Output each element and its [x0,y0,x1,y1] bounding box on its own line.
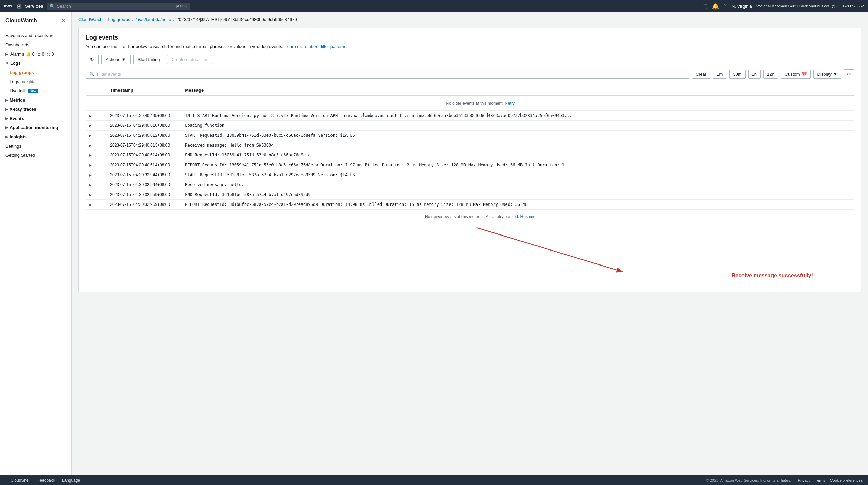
sidebar-item-label: Alarms [10,51,24,57]
sidebar-group-label: Events [10,116,24,121]
refresh-button[interactable]: ↻ [86,55,99,64]
chevron-right-icon: ▶ [5,135,8,139]
breadcrumb-lambda[interactable]: /aws/lambda/hello [135,17,171,22]
filter-input[interactable] [97,72,686,77]
actions-button[interactable]: Actions ▼ [101,55,131,64]
table-row[interactable]: ▶ 2023-07-15T04:29:40.613+08:00 Received… [86,140,854,150]
time-12h-button[interactable]: 12h [763,70,778,79]
sidebar-item-live-tail[interactable]: Live tail New [0,86,71,95]
message-cell: Loading function [181,120,854,130]
table-row[interactable]: ▶ 2023-07-15T04:30:32.944+08:00 Received… [86,180,854,190]
message-cell: REPORT RequestId: 13059b41-751d-53e0-b8c… [181,160,854,170]
table-settings-button[interactable]: ⚙ [844,69,854,79]
display-button[interactable]: Display ▼ [813,70,841,79]
time-custom-button[interactable]: Custom 📅 [781,70,811,79]
learn-more-link[interactable]: Learn more about filter patterns [284,44,346,49]
terminal-icon[interactable]: ⬚ [702,3,707,10]
sidebar-item-log-groups[interactable]: Log groups [0,68,71,77]
expand-arrow[interactable]: ▶ [89,163,92,167]
expand-arrow[interactable]: ▶ [89,153,92,157]
filter-input-wrap[interactable]: 🔍 [86,70,689,79]
aws-logo[interactable]: aws [4,3,14,9]
table-row[interactable]: ▶ 2023-07-15T04:29:40.614+08:00 REPORT R… [86,160,854,170]
sidebar-group-metrics[interactable]: ▶ Metrics [0,95,71,105]
sidebar-item-label: Dashboards [5,42,29,47]
time-30m-button[interactable]: 30m [729,70,745,79]
sidebar-item-dashboards[interactable]: Dashboards [0,40,71,49]
search-input[interactable] [57,4,174,9]
search-icon: 🔍 [49,4,55,9]
help-icon[interactable]: ? [724,3,727,9]
message-col-header: Message [181,85,854,96]
create-metric-button[interactable]: Create metric filter [167,55,212,64]
sidebar-group-app-monitoring[interactable]: ▶ Application monitoring [0,123,71,132]
services-button[interactable]: Services [25,4,43,9]
alarms-row: 🔔 0 ⊙ 0 ◎ 0 [26,52,54,57]
expand-arrow[interactable]: ▶ [89,134,92,137]
expand-arrow[interactable]: ▶ [89,124,92,127]
expand-arrow[interactable]: ▶ [89,114,92,118]
breadcrumb-cloudwatch[interactable]: CloudWatch [78,17,102,22]
search-bar[interactable]: 🔍 [Alt+S] [47,3,190,10]
annotation-text: Receive message successfully! [732,273,813,279]
start-tailing-button[interactable]: Start tailing [133,55,164,64]
message-cell: Received message: Hello from SWS3004! [181,140,854,150]
sidebar-item-label: Live tail [10,88,25,93]
table-row[interactable]: ▶ 2023-07-15T04:30:32.959+08:00 END Requ… [86,190,854,199]
svg-line-1 [477,228,623,272]
table-row[interactable]: ▶ 2023-07-15T04:30:32.944+08:00 START Re… [86,170,854,180]
bell-icon[interactable]: 🔔 [712,3,719,10]
expand-arrow[interactable]: ▶ [89,183,92,187]
no-newer-events-row: No newer events at this moment. Auto ret… [86,209,854,224]
sidebar-item-settings[interactable]: Settings [0,141,71,151]
time-1m-button[interactable]: 1m [713,70,726,79]
clear-button[interactable]: Clear [692,70,710,79]
actions-label: Actions [106,57,120,62]
expand-arrow[interactable]: ▶ [89,173,92,177]
expand-arrow[interactable]: ▶ [89,143,92,147]
resume-link[interactable]: Resume [520,214,536,219]
sidebar-item-favorites[interactable]: Favorites and recents ▶ [0,31,71,40]
sidebar-item-getting-started[interactable]: Getting Started [0,151,71,160]
breadcrumb-stream: 2023/07/14/[$LATEST]6451f8b534cc4980b0df… [176,17,297,22]
svg-text:aws: aws [4,4,12,9]
sidebar-group-logs[interactable]: ▼ Logs [0,59,71,68]
breadcrumb: CloudWatch › Log groups › /aws/lambda/he… [78,17,861,22]
message-cell: INIT_START Runtime Version: python:3.7.v… [181,110,854,120]
panel-description: You can use the filter bar below to sear… [86,43,854,50]
timestamp-cell: 2023-07-15T04:29:40.614+08:00 [106,150,181,160]
timestamp-cell: 2023-07-15T04:29:40.612+08:00 [106,130,181,140]
new-badge: New [28,89,38,93]
breadcrumb-log-groups[interactable]: Log groups [108,17,130,22]
sidebar-close-button[interactable]: ✕ [61,17,66,25]
expand-arrow[interactable]: ▶ [89,193,92,197]
time-1h-button[interactable]: 1h [748,70,761,79]
sidebar-group-insights[interactable]: ▶ Insights [0,132,71,141]
expand-arrow[interactable]: ▶ [89,203,92,207]
table-row[interactable]: ▶ 2023-07-15T04:29:40.610+08:00 Loading … [86,120,854,130]
breadcrumb-sep: › [104,17,106,22]
table-row[interactable]: ▶ 2023-07-15T04:29:40.495+08:00 INIT_STA… [86,110,854,120]
nav-right: ⬚ 🔔 ? N. Virginia voclabs/user2640604=t0… [702,3,864,10]
region-selector[interactable]: N. Virginia [732,4,752,9]
sidebar-section: Favorites and recents ▶ Dashboards ▶ Ala… [0,28,71,163]
user-info: voclabs/user2640604=t0930387@u.nus.edu @… [757,4,864,8]
table-row[interactable]: ▶ 2023-07-15T04:29:40.612+08:00 START Re… [86,130,854,140]
top-nav: aws ⊞ Services 🔍 [Alt+S] ⬚ 🔔 ? N. Virgin… [0,0,868,12]
sidebar-group-label: Metrics [10,97,25,103]
table-row[interactable]: ▶ 2023-07-15T04:30:32.959+08:00 REPORT R… [86,199,854,209]
chevron-right-icon: ▶ [5,52,8,56]
sidebar-group-xray[interactable]: ▶ X-Ray traces [0,105,71,114]
grid-icon[interactable]: ⊞ [17,3,21,10]
retry-link[interactable]: Retry [505,101,515,106]
sidebar-item-alarms[interactable]: ▶ Alarms 🔔 0 ⊙ 0 ◎ 0 [0,49,71,59]
annotation-area: Receive message successfully! [86,224,854,286]
alarm-ok: ⊙ 0 [37,52,44,57]
sidebar-group-events[interactable]: ▶ Events [0,114,71,123]
chevron-right-icon: ▶ [5,126,8,130]
timestamp-col-header: Timestamp [106,85,181,96]
log-events-panel: Log events You can use the filter bar be… [78,28,861,292]
chevron-right-icon: ▶ [5,107,8,111]
table-row[interactable]: ▶ 2023-07-15T04:29:40.614+08:00 END Requ… [86,150,854,160]
sidebar-item-logs-insights[interactable]: Logs Insights [0,77,71,86]
